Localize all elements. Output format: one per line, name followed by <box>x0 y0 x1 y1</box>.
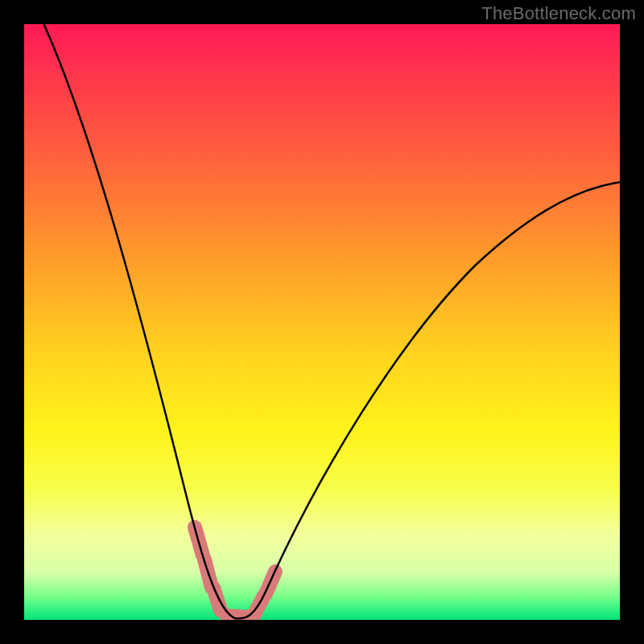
chart-plot-area <box>24 24 620 620</box>
chart-frame: TheBottleneck.com <box>0 0 644 644</box>
bottleneck-curve <box>24 24 620 620</box>
watermark-text: TheBottleneck.com <box>481 3 636 24</box>
curve-highlight <box>195 527 275 617</box>
bottleneck-curve-path <box>40 24 620 618</box>
